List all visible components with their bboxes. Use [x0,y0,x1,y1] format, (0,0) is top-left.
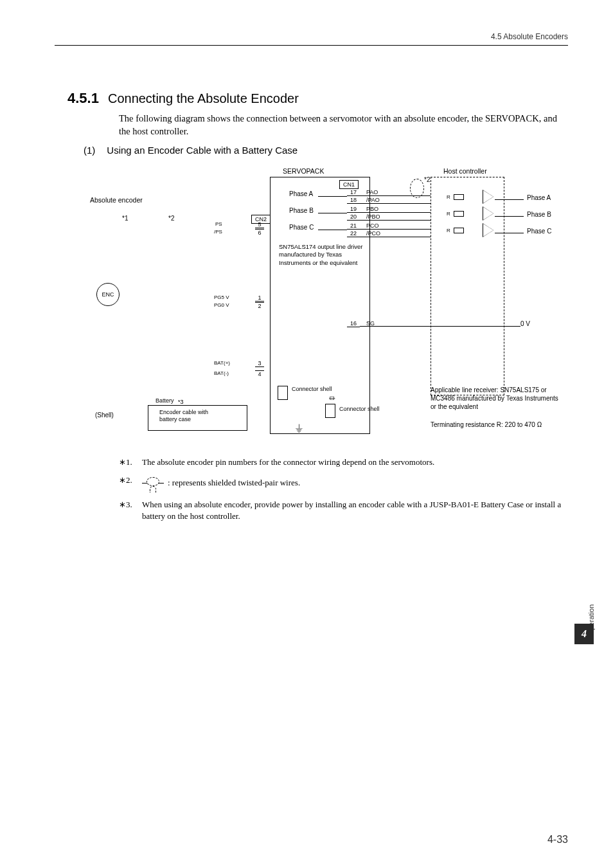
pin-6: 6 [255,229,264,236]
psn-label: /PS [214,229,222,235]
footnote-text: When using an absolute encoder, provide … [142,499,565,522]
footnote-3: ∗3. When using an absolute encoder, prov… [119,499,565,522]
resistor-box-icon [454,228,464,233]
shielded-pair-icon [410,179,424,198]
wire [318,196,347,197]
encoder-cable-label: Encoder cable with battery case [159,409,217,423]
sn74-driver-text: SN75ALS174 output line driver manufactur… [279,243,369,267]
ps-label: PS [215,221,222,227]
resistor-box-icon [454,194,464,200]
servopack-label: SERVOPACK [283,167,324,175]
signal-pbon: /PBO [366,213,380,220]
wiring-diagram: SERVOPACK Host controller Absolute encod… [90,167,565,457]
pin-18: 18 [347,197,360,204]
wire [360,220,431,221]
line-receiver-icon [483,190,493,203]
subsection-number: (1) [84,145,95,156]
pin-21: 21 [347,222,360,230]
footnote-1: ∗1. The absolute encoder pin numbers for… [119,457,565,468]
pin-1: 1 [255,294,264,302]
phase-a-right: Phase A [527,194,551,201]
section-number: 4.5.1 [67,90,99,107]
connector-shell-label-1: Connector shell [292,386,332,392]
zero-volt: 0 V [520,320,530,327]
star3: *3 [178,399,184,405]
cn1-box: CN1 [339,180,359,189]
line-receiver-icon [483,224,493,237]
encoder-circle: ENC [96,283,120,306]
section-heading: 4.5.1 Connecting the Absolute Encoder [67,90,299,107]
wire [360,229,431,230]
connector-shell-label-2: Connector shell [339,406,380,412]
pin-5: 5 [255,221,264,228]
phase-c-left: Phase C [289,224,314,231]
pin-4: 4 [255,370,264,377]
signal-paon: /PAO [366,197,380,203]
signal-pcon: /PCO [366,230,380,237]
header-rule [55,45,568,46]
star1: *1 [122,215,128,222]
resistor-r3: R [447,228,450,233]
applicable-receiver-text: Applicable line receiver: SN75ALS175 or … [431,386,559,411]
connector-shell-icon [278,386,288,400]
wire [318,213,347,213]
resistor-box-icon [454,211,464,217]
footnote-num: ∗3. [119,499,134,522]
phase-b-left: Phase B [289,207,314,214]
pin-3: 3 [255,360,264,367]
frame-ground-icon: ⏛ [329,391,335,402]
signal-pbo: PBO [366,206,378,212]
wire [360,212,431,213]
resistor-r1: R [447,194,450,200]
page-number: 4-33 [547,834,568,845]
wire [360,237,431,237]
section-intro: The following diagram shows the connecti… [119,113,565,138]
footnotes: ∗1. The absolute encoder pin numbers for… [119,457,565,529]
connector-shell-icon [325,404,335,418]
pg0v-label: PG0 V [214,302,229,308]
wire [495,216,524,217]
host-controller-label: Host controller [443,167,487,175]
pg5v-label: PG5 V [214,294,229,300]
wire [360,326,520,327]
wire [495,233,524,233]
shell-label: (Shell) [95,411,114,419]
star2-left: *2 [168,215,174,222]
footnote-num: ∗2. [119,475,134,493]
pin-22: 22 [347,230,360,237]
subsection-heading: (1) Using an Encoder Cable with a Batter… [84,145,298,156]
wire [318,230,347,230]
footnote-num: ∗1. [119,457,134,468]
side-tab-number: 4 [574,624,594,644]
line-receiver-icon [483,207,493,220]
phase-a-left: Phase A [289,190,313,197]
phase-c-right: Phase C [527,228,551,235]
bat-plus-label: BAT(+) [214,360,230,366]
shielded-pair-icon [142,475,164,493]
wire [360,203,431,204]
battery-label: Battery [155,397,174,404]
signal-pao: PAO [366,189,378,195]
phase-b-right: Phase B [527,211,551,218]
pin-17: 17 [347,189,360,196]
bat-minus-label: BAT(-) [214,370,229,376]
pin-19: 19 [347,206,360,213]
header-breadcrumb: 4.5 Absolute Encoders [491,32,568,41]
footnote-2-text-content: : represents shielded twisted-pair wires… [168,478,300,487]
ground-icon: ⏚ [296,421,303,435]
pin-2: 2 [255,302,264,309]
pin-16: 16 [347,320,360,327]
section-title: Connecting the Absolute Encoder [108,91,299,106]
wire [495,199,524,200]
terminating-resistance-text: Terminating resistance R: 220 to 470 Ω [431,421,565,428]
signal-pco: PCO [366,222,379,229]
star2-right: *2 [424,176,430,183]
footnote-text: : represents shielded twisted-pair wires… [142,475,565,493]
footnote-text: The absolute encoder pin numbers for the… [142,457,565,468]
absolute-encoder-label: Absolute encoder [90,196,143,204]
pin-20: 20 [347,213,360,221]
subsection-title: Using an Encoder Cable with a Battery Ca… [107,145,298,156]
footnote-2: ∗2. : represents shielded twisted-pair w… [119,475,565,493]
resistor-r2: R [447,211,450,217]
